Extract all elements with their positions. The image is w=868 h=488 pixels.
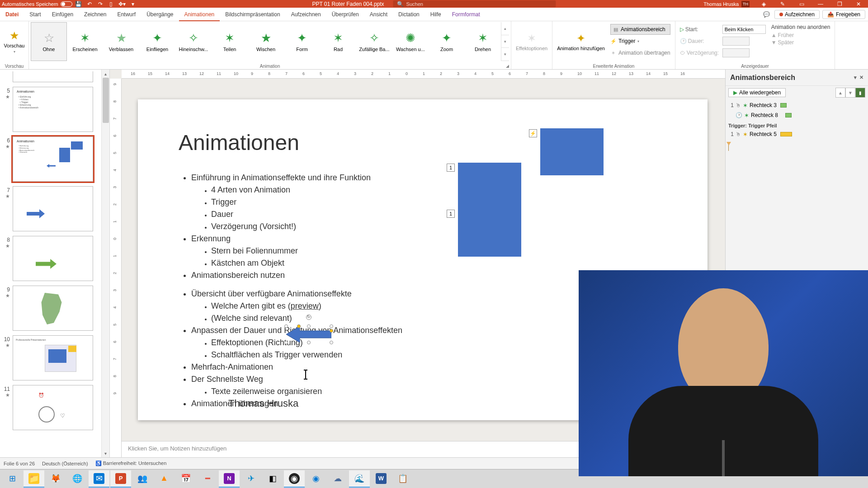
sel-handle-se[interactable]: [330, 341, 333, 344]
anim-grow[interactable]: ✺Wachsen u...: [392, 22, 429, 61]
save-icon[interactable]: 💾: [74, 0, 83, 8]
file-name[interactable]: PPT 01 Roter Faden 004.pptx: [312, 1, 384, 7]
anim-floatin[interactable]: ✧Hineinschw...: [175, 22, 212, 61]
animation-tag-2[interactable]: 1: [447, 210, 455, 218]
timeline-toggle-button[interactable]: ▮: [855, 88, 865, 98]
gallery-expand-icon[interactable]: ▾: [501, 48, 509, 61]
onenote-icon[interactable]: N: [219, 470, 240, 488]
vlc-icon[interactable]: ▲: [154, 470, 175, 488]
timing-bar[interactable]: [780, 103, 787, 108]
adj-handle-2[interactable]: [330, 329, 333, 333]
status-accessibility[interactable]: ♿ Barrierefreiheit: Untersuchen: [95, 460, 167, 466]
share-button[interactable]: 📤Freigeben: [822, 10, 865, 19]
from-beginning-icon[interactable]: ▯: [107, 0, 116, 8]
tab-insert[interactable]: Einfügen: [47, 8, 79, 21]
timing-bar[interactable]: [780, 132, 792, 136]
undo-icon[interactable]: ↶: [85, 0, 94, 8]
gallery-more[interactable]: ▴▾▾: [501, 22, 509, 61]
animation-gallery[interactable]: ☆Ohne ✶Erscheinen ★Verblassen ✦Einfliege…: [31, 22, 509, 61]
edge-icon[interactable]: 🌊: [349, 470, 370, 488]
app-icon-1[interactable]: 📅: [175, 470, 196, 488]
pane-options-icon[interactable]: ▾: [854, 75, 857, 80]
touch-mode-icon[interactable]: ✥▾: [118, 0, 127, 8]
minimize-button[interactable]: —: [811, 0, 830, 8]
outlook-icon[interactable]: ✉: [89, 470, 109, 488]
slide-title[interactable]: Animationen: [179, 130, 299, 155]
sel-handle-sw[interactable]: [284, 341, 288, 344]
gallery-up-icon[interactable]: ▴: [501, 22, 509, 35]
status-slide-count[interactable]: Folie 6 von 26: [4, 461, 35, 466]
app-icon-6[interactable]: 📋: [392, 470, 413, 488]
search-input[interactable]: [406, 1, 552, 7]
animation-tag-1[interactable]: 1: [447, 164, 455, 172]
close-button[interactable]: ✕: [849, 0, 868, 8]
tab-dictation[interactable]: Dictation: [393, 8, 425, 21]
tab-record[interactable]: Aufzeichnen: [286, 8, 326, 21]
autosave-toggle[interactable]: Automatisches Speichern: [2, 1, 72, 7]
word-icon[interactable]: W: [371, 470, 392, 488]
sel-handle-nw[interactable]: [284, 324, 288, 328]
chrome-icon[interactable]: 🌐: [67, 470, 88, 488]
gallery-down-icon[interactable]: ▾: [501, 35, 509, 48]
add-animation-button[interactable]: ✦ Animation hinzufügen: [554, 22, 608, 61]
animation-pane-button[interactable]: ▤Animationsbereich: [610, 24, 670, 35]
timing-bar[interactable]: [785, 113, 792, 117]
anim-flyin[interactable]: ✦Einfliegen: [139, 22, 175, 61]
telegram-icon[interactable]: ✈: [241, 470, 261, 488]
anim-split[interactable]: ✶Teilen: [212, 22, 248, 61]
sel-handle-ne[interactable]: [330, 324, 333, 328]
redo-icon[interactable]: ↷: [96, 0, 105, 8]
adj-handle-1[interactable]: [297, 324, 301, 328]
move-down-button[interactable]: ▼: [845, 88, 855, 98]
pen-icon[interactable]: ✎: [773, 0, 792, 8]
start-button[interactable]: ⊞: [2, 470, 23, 488]
anim-item-1[interactable]: 1 🖱 ✶ Rechteck 3: [728, 100, 865, 110]
app-icon-3[interactable]: ◧: [262, 470, 283, 488]
shape-arrow-selected[interactable]: [286, 326, 331, 343]
play-all-button[interactable]: ▶Alle wiedergeben: [728, 88, 786, 97]
scroll-handle[interactable]: [103, 78, 109, 123]
scroll-up-icon[interactable]: ▴: [102, 70, 109, 78]
search-box[interactable]: 🔍: [393, 0, 556, 7]
status-language[interactable]: Deutsch (Österreich): [42, 461, 88, 466]
powerpoint-icon[interactable]: P: [110, 470, 131, 488]
obs-icon[interactable]: ◉: [284, 470, 305, 488]
thumbnail-scrollbar[interactable]: ▴ ▾: [101, 70, 109, 457]
dialog-launcher-icon[interactable]: ◢: [506, 64, 509, 68]
move-up-button[interactable]: ▲: [835, 88, 845, 98]
file-explorer-icon[interactable]: 📁: [24, 470, 44, 488]
tab-design[interactable]: Entwurf: [112, 8, 141, 21]
preview-button[interactable]: ★ Vorschau ▾: [2, 22, 27, 61]
tab-transitions[interactable]: Übergänge: [141, 8, 179, 21]
anim-item-3[interactable]: 1 🖱 ✶ Rechteck 5: [728, 129, 865, 139]
timeline-cursor[interactable]: [728, 142, 865, 151]
tab-slideshow[interactable]: Bildschirmpräsentation: [220, 8, 285, 21]
teams-icon[interactable]: 👥: [132, 470, 153, 488]
sel-handle-s[interactable]: [307, 341, 311, 344]
animation-trigger-badge[interactable]: ⚡: [529, 129, 537, 137]
user-name[interactable]: Thomas Hruska: [703, 1, 739, 7]
tab-view[interactable]: Ansicht: [364, 8, 393, 21]
ribbon-display-icon[interactable]: ▭: [792, 0, 811, 8]
thumb-6[interactable]: 6★ Animationen• Einführung• Erkennung• A…: [3, 136, 99, 182]
rotate-handle[interactable]: [306, 314, 311, 320]
tab-review[interactable]: Überprüfen: [326, 8, 364, 21]
tab-file[interactable]: Datei: [0, 8, 24, 21]
thumb-5[interactable]: 5★ Animationen• Einführung • 4 Arten • T…: [3, 87, 99, 132]
app-icon-4[interactable]: ◉: [306, 470, 326, 488]
user-avatar[interactable]: TH: [741, 1, 750, 7]
tab-animations[interactable]: Animationen: [179, 8, 220, 21]
tab-help[interactable]: Hilfe: [425, 8, 447, 21]
thumb-9[interactable]: 9★: [3, 286, 99, 331]
anim-none[interactable]: ☆Ohne: [31, 22, 67, 61]
trigger-button[interactable]: ⚡Trigger▾: [610, 36, 670, 47]
thumb-10[interactable]: 10★ Professionelle Präsentationen: [3, 335, 99, 380]
comments-icon[interactable]: 💬: [762, 9, 772, 19]
qat-customize-icon[interactable]: ▾: [128, 0, 137, 8]
shape-rect-3[interactable]: [458, 163, 521, 257]
anim-zoom[interactable]: ✦Zoom: [429, 22, 465, 61]
anim-appear[interactable]: ✶Erscheinen: [67, 22, 103, 61]
shape-rect-8[interactable]: [540, 128, 604, 175]
app-icon-2[interactable]: ━: [197, 470, 218, 488]
app-icon-5[interactable]: ☁: [327, 470, 348, 488]
